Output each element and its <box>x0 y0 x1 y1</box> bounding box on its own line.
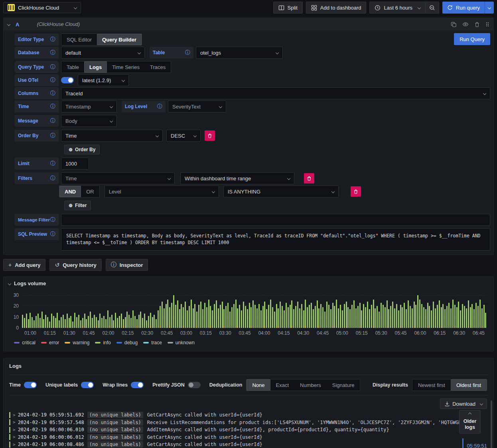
volume-bar[interactable] <box>464 306 465 328</box>
volume-bar[interactable] <box>193 308 194 328</box>
volume-bar[interactable] <box>361 310 362 328</box>
wrap-lines-toggle[interactable] <box>131 382 144 388</box>
filter-operator-select[interactable]: Within dashboard time range <box>180 172 294 184</box>
volume-bar[interactable] <box>218 308 219 328</box>
column-chip[interactable]: TraceId <box>65 91 83 97</box>
volume-bar[interactable] <box>470 307 471 328</box>
volume-bar[interactable] <box>282 306 283 328</box>
volume-bar[interactable] <box>351 305 353 328</box>
volume-bar[interactable] <box>367 302 368 328</box>
dedup-signature[interactable]: Signature <box>327 379 360 391</box>
volume-bar[interactable] <box>303 310 304 328</box>
volume-bar[interactable] <box>235 300 237 328</box>
volume-bar[interactable] <box>162 302 163 328</box>
volume-bar[interactable] <box>57 313 58 328</box>
volume-bar[interactable] <box>117 318 118 328</box>
volume-bar[interactable] <box>254 305 256 328</box>
volume-bar[interactable] <box>320 304 321 328</box>
volume-bar[interactable] <box>167 300 168 328</box>
volume-bar[interactable] <box>381 303 382 328</box>
older-logs-button[interactable]: Older logs <box>459 410 481 434</box>
volume-bar[interactable] <box>214 304 215 328</box>
columns-multiselect[interactable]: TraceId <box>61 87 490 99</box>
volume-bar[interactable] <box>99 314 101 328</box>
volume-bar[interactable] <box>86 319 87 328</box>
volume-bar[interactable] <box>169 307 170 328</box>
volume-bar[interactable] <box>92 318 93 328</box>
remove-query-trash-icon[interactable] <box>474 22 480 28</box>
volume-bar[interactable] <box>293 309 294 328</box>
volume-bar[interactable] <box>355 308 357 328</box>
use-otel-toggle[interactable] <box>61 77 74 83</box>
volume-bar[interactable] <box>334 306 335 328</box>
legend-item-unknown[interactable]: unknown <box>168 340 195 345</box>
legend-item-trace[interactable]: trace <box>143 340 162 345</box>
volume-bar[interactable] <box>392 302 393 328</box>
volume-bar[interactable] <box>107 310 108 328</box>
volume-bar[interactable] <box>288 307 289 328</box>
sql-preview-code[interactable]: SELECT Timestamp as timestamp, Body as b… <box>61 228 490 251</box>
volume-bar[interactable] <box>49 322 50 328</box>
volume-bar[interactable] <box>22 315 23 328</box>
volume-bar[interactable] <box>134 316 136 328</box>
volume-bar[interactable] <box>191 300 192 328</box>
volume-bar[interactable] <box>419 300 420 328</box>
disable-query-eye-icon[interactable] <box>462 21 469 28</box>
condition-or[interactable]: OR <box>81 186 99 197</box>
volume-bar[interactable] <box>272 307 273 328</box>
volume-bar[interactable] <box>290 305 291 328</box>
volume-bar[interactable] <box>408 300 409 328</box>
volume-bar[interactable] <box>394 308 395 328</box>
volume-bar[interactable] <box>479 300 481 328</box>
volume-bar[interactable] <box>270 300 271 328</box>
time-toggle[interactable] <box>24 382 37 388</box>
volume-bar[interactable] <box>113 320 114 328</box>
volume-bar[interactable] <box>305 300 306 328</box>
info-icon[interactable]: ⓘ <box>157 103 162 110</box>
volume-bar[interactable] <box>400 305 401 328</box>
volume-bar[interactable] <box>53 316 54 328</box>
info-icon[interactable]: ⓘ <box>50 175 55 182</box>
legend-item-info[interactable]: info <box>95 340 110 345</box>
volume-bar[interactable] <box>262 306 264 328</box>
run-query-button[interactable]: Run Query <box>454 33 490 45</box>
split-button[interactable]: Split <box>273 2 303 14</box>
volume-bar[interactable] <box>473 309 475 328</box>
limit-input[interactable] <box>61 158 89 170</box>
volume-bar[interactable] <box>26 314 27 328</box>
volume-bar[interactable] <box>146 320 147 328</box>
editor-type-sql-editor[interactable]: SQL Editor <box>61 34 97 45</box>
log-row[interactable]: >2024-02-19 06:00:06.010(no unique label… <box>9 426 493 434</box>
query-ref-id[interactable]: A <box>16 22 19 28</box>
volume-bar[interactable] <box>233 304 235 328</box>
volume-bar[interactable] <box>210 306 211 328</box>
volume-bar[interactable] <box>462 304 463 328</box>
volume-bar[interactable] <box>111 315 112 328</box>
volume-bar[interactable] <box>43 319 44 328</box>
volume-bar[interactable] <box>446 306 448 328</box>
volume-bar[interactable] <box>158 310 159 328</box>
inspector-button[interactable]: ⓘInspector <box>106 259 148 271</box>
volume-bar[interactable] <box>198 305 199 328</box>
volume-bar[interactable] <box>483 305 485 328</box>
volume-bar[interactable] <box>39 318 41 328</box>
message-column-select[interactable]: Body <box>61 115 117 127</box>
volume-bar[interactable] <box>216 300 217 328</box>
volume-bar[interactable] <box>200 302 201 328</box>
dedup-numbers[interactable]: Numbers <box>294 379 327 391</box>
otel-version-select[interactable]: latest (1.2.9) <box>78 74 129 86</box>
logs-volume-chart[interactable]: 0102030 <box>22 293 487 328</box>
volume-bar[interactable] <box>301 304 302 328</box>
volume-bar[interactable] <box>160 306 161 328</box>
volume-bar[interactable] <box>82 318 83 328</box>
volume-bar[interactable] <box>402 307 403 328</box>
volume-bar[interactable] <box>206 307 207 328</box>
volume-bar[interactable] <box>475 303 477 328</box>
condition-and[interactable]: AND <box>59 186 81 197</box>
volume-bar[interactable] <box>173 295 174 328</box>
volume-bar[interactable] <box>70 316 71 328</box>
volume-bar[interactable] <box>404 303 405 328</box>
query-type-traces[interactable]: Traces <box>145 61 171 73</box>
volume-bar[interactable] <box>204 303 205 328</box>
volume-bar[interactable] <box>84 314 85 328</box>
